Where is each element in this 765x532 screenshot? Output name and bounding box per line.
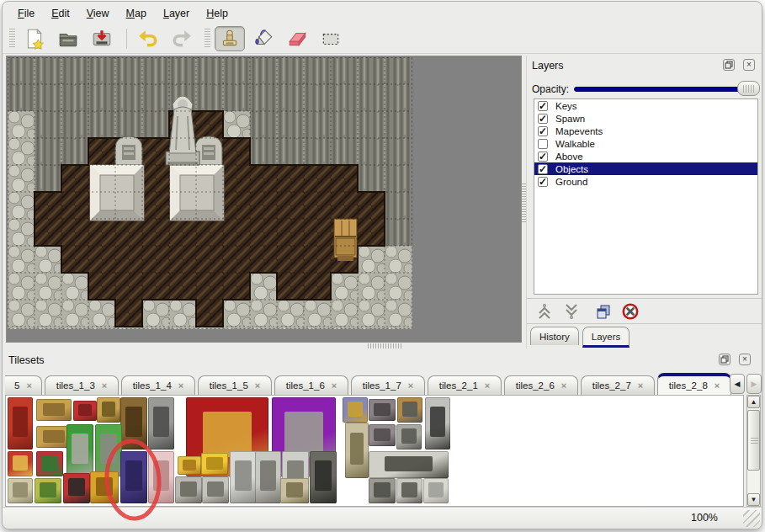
duplicate-layer-button[interactable] [592,301,614,322]
tile-gargoyle-left[interactable] [255,451,281,503]
tile-knight-armor[interactable] [425,397,450,450]
tab-close-icon[interactable]: × [485,380,490,391]
layer-row-keys[interactable]: ✓Keys [534,99,757,112]
tile-parchment[interactable] [8,478,33,503]
new-file-button[interactable] [19,26,50,51]
fill-tool-button[interactable] [248,26,279,51]
tab-close-icon[interactable]: × [102,380,107,391]
tab-scroll-right-button[interactable]: ▶ [746,374,762,394]
toolbar-drag-handle-2[interactable] [205,29,210,49]
tab-scroll-left-button[interactable]: ◀ [730,374,745,394]
tile-gold-cross[interactable] [90,471,119,503]
checkbox-checked[interactable]: ✓ [538,101,548,111]
opacity-slider-handle[interactable] [737,81,760,96]
tile-pink-bed[interactable] [148,451,174,503]
toolbar-drag-handle[interactable] [9,29,15,49]
map-canvas[interactable] [6,56,522,343]
tile-rock-pile-right[interactable] [202,476,229,503]
layers-close-button[interactable]: × [743,59,755,71]
tile-wood-metal-stand[interactable] [397,397,422,423]
checkbox-checked[interactable]: ✓ [538,126,548,136]
undo-button[interactable] [133,26,163,51]
tileset-tab-tiles_1_6[interactable]: tiles_1_6× [274,375,348,395]
menu-item-edit[interactable]: Edit [43,4,78,23]
layer-row-walkable[interactable]: Walkable [534,137,757,150]
menu-item-help[interactable]: Help [198,4,236,23]
tile-rock-pile-left[interactable] [175,476,202,503]
tileset-tab-5[interactable]: 5× [5,375,42,395]
eraser-tool-button[interactable] [282,26,312,51]
tab-close-icon[interactable]: × [638,380,643,391]
checkbox-unchecked[interactable] [538,139,548,149]
tileset-vertical-scrollbar[interactable]: ▲ ▼ [746,395,761,507]
tile-armor-rubble[interactable] [396,424,422,450]
tilesets-float-button[interactable] [719,354,730,365]
tab-close-icon[interactable]: × [332,380,337,391]
open-button[interactable] [53,26,83,51]
tile-stone-wall[interactable] [369,451,449,478]
tile-potted-plant[interactable] [95,424,122,476]
tile-obelisk-small[interactable] [280,478,309,503]
layer-row-mapevents[interactable]: ✓Mapevents [534,125,757,137]
tile-king-portrait[interactable] [343,397,368,423]
checkbox-checked[interactable]: ✓ [538,152,548,162]
select-tool-button[interactable] [316,26,346,51]
tab-close-icon[interactable]: × [178,380,183,391]
tile-bookshelf[interactable] [36,451,63,476]
tile-white-statue[interactable] [230,451,257,503]
dock-tab-layers[interactable]: Layers [582,327,630,348]
layers-float-button[interactable] [723,59,735,71]
tile-obelisk[interactable] [345,423,369,478]
checkbox-checked[interactable]: ✓ [538,164,548,174]
tile-stone-gate[interactable] [148,397,174,450]
tileset-tab-tiles_2_8[interactable]: tiles_2_8× [657,373,731,395]
checkbox-checked[interactable]: ✓ [538,114,548,124]
move-layer-down-button[interactable] [560,301,582,322]
tilesets-close-button[interactable]: × [739,354,751,365]
scrollbar-thumb[interactable] [747,410,760,471]
layer-row-ground[interactable]: ✓Ground [534,175,757,188]
move-layer-up-button[interactable] [534,301,555,322]
menu-item-layer[interactable]: Layer [155,4,198,23]
opacity-slider-track[interactable] [574,87,759,92]
dock-tab-history[interactable]: History [530,327,579,345]
tileset-tab-tiles_2_6[interactable]: tiles_2_6× [504,375,578,395]
tile-demon-statue[interactable] [310,451,337,503]
delete-layer-button[interactable] [619,301,641,322]
tile-red-banner[interactable] [8,397,33,450]
tileset-tab-tiles_1_5[interactable]: tiles_1_5× [198,375,272,395]
scroll-down-button[interactable]: ▼ [747,493,760,506]
tile-gold-pile[interactable] [201,453,228,475]
tab-close-icon[interactable]: × [408,380,413,391]
layer-row-spawn[interactable]: ✓Spawn [534,112,757,125]
menu-item-file[interactable]: File [9,4,43,23]
tileset-tab-tiles_1_4[interactable]: tiles_1_4× [121,375,195,395]
stamp-tool-button[interactable] [215,26,245,51]
tile-red-cushion-stool[interactable] [73,401,97,421]
tile-palm-plant[interactable] [66,424,93,476]
tile-gold-clasp[interactable] [178,456,201,475]
tile-stone-pillar[interactable] [369,478,396,503]
tileset-tab-tiles_2_1[interactable]: tiles_2_1× [428,375,502,395]
horizontal-splitter-handle[interactable] [368,343,403,348]
menu-item-map[interactable]: Map [118,4,155,23]
tile-green-flag[interactable] [35,478,61,503]
tileset-sheet[interactable] [5,395,744,507]
tile-purple-door[interactable] [120,451,147,503]
checkbox-checked[interactable]: ✓ [538,177,548,187]
tile-gold-dresser[interactable] [97,397,120,423]
tile-floor-tile-light[interactable] [423,478,449,503]
tile-metal-case-bottom[interactable] [369,424,396,446]
layer-row-objects[interactable]: ✓Objects [534,162,757,175]
tile-metal-case-top[interactable] [369,399,396,421]
layer-row-above[interactable]: ✓Above [534,150,757,162]
tile-red-spool[interactable] [63,473,90,503]
menu-item-view[interactable]: View [78,4,118,23]
scroll-up-button[interactable]: ▲ [747,396,760,408]
tileset-tab-tiles_1_3[interactable]: tiles_1_3× [45,375,119,395]
tileset-tab-tiles_2_7[interactable]: tiles_2_7× [581,375,655,395]
resize-grip[interactable] [743,510,760,527]
tileset-tab-tiles_1_7[interactable]: tiles_1_7× [351,375,425,395]
tile-wooden-door[interactable] [120,397,147,450]
tile-wall-base[interactable] [396,478,422,503]
